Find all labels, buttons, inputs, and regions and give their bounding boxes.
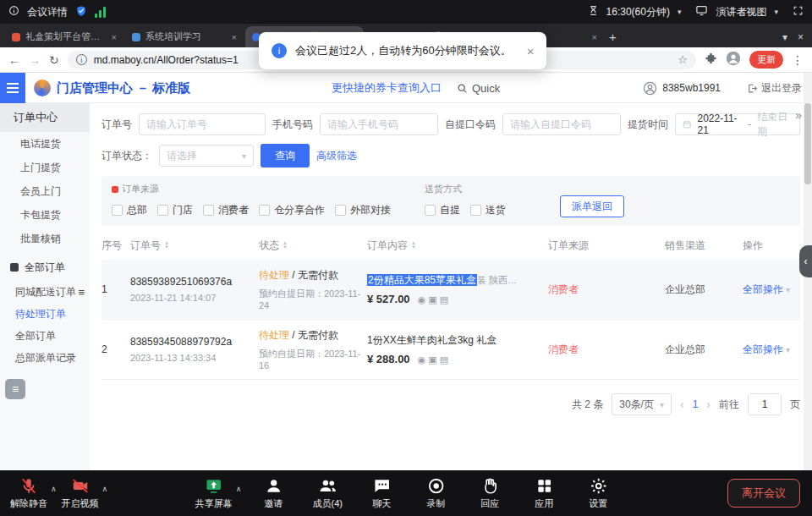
current-page[interactable]: 1 <box>693 398 699 410</box>
hamburger-menu-icon[interactable] <box>0 73 25 103</box>
order-content-icons[interactable]: ◉▣▤ <box>418 354 451 365</box>
page-size-select[interactable]: 30条/页 ▾ <box>612 393 672 415</box>
share-options-chevron[interactable]: ∧ <box>236 485 242 493</box>
sort-icon[interactable]: ▲▼ <box>411 241 416 250</box>
sortable-column[interactable]: 订单内容▲▼ <box>367 239 548 253</box>
reaction-button[interactable]: 回应 <box>468 477 512 510</box>
sidebar-item-all-orders[interactable]: 全部订单 <box>0 325 90 347</box>
profile-avatar[interactable] <box>726 51 741 69</box>
meeting-details-button[interactable]: 会议详情 <box>27 5 68 19</box>
sidebar-item-pending-orders[interactable]: 待处理订单 <box>0 303 90 325</box>
logout-button[interactable]: 退出登录 <box>747 73 802 103</box>
source-checkbox-external[interactable]: 外部对接 <box>335 203 391 217</box>
sidebar-item-door-pickup[interactable]: 上门提货 <box>0 156 90 179</box>
sort-icon[interactable]: ▲▼ <box>164 241 169 250</box>
sidebar-item-hq-dispatch-log[interactable]: 总部派单记录 <box>0 347 90 369</box>
order-status-select[interactable]: 请选择 ▾ <box>159 145 254 167</box>
order-no-input[interactable] <box>139 113 266 135</box>
coupon-query-link[interactable]: 更快捷的券卡查询入口 <box>332 73 442 103</box>
settings-button[interactable]: 设置 <box>576 477 620 510</box>
dispatch-return-button[interactable]: 派单退回 <box>560 195 624 217</box>
record-button[interactable]: 录制 <box>414 477 458 510</box>
sidebar-item-card-pickup[interactable]: 卡包提货 <box>0 203 90 227</box>
source-checkbox-consumer[interactable]: 消费者 <box>203 203 249 217</box>
filter-panel: 订单来源 总部 门店 消费者 仓分享合作 外部对接 送货方式 <box>102 176 800 226</box>
browser-tab[interactable]: 系统培训学习 × <box>125 26 244 47</box>
search-button[interactable]: 查询 <box>261 144 310 167</box>
date-range-picker[interactable]: 2022-11-21 - 结束日期 <box>675 113 800 135</box>
share-screen-icon <box>205 477 223 496</box>
orders-table: 序号 订单号▲▼ 状态▲▼ 订单内容▲▼ 订单来源 销售渠道 操作 1 8385… <box>102 231 800 380</box>
tab-list-icon[interactable]: ▾ <box>782 31 787 43</box>
source-checkbox-store[interactable]: 门店 <box>157 203 193 217</box>
monitor-icon <box>695 4 708 19</box>
browser-tab[interactable]: 礼盒策划平台管理中心 × <box>5 26 123 47</box>
sidebar-group-all-orders[interactable]: 全部订单 <box>0 254 90 281</box>
browser-update-button[interactable]: 更新 <box>749 51 783 69</box>
checkbox-icon <box>425 205 436 216</box>
unmute-button[interactable]: 解除静音 <box>7 477 51 510</box>
prev-page-icon[interactable]: ‹ <box>680 398 684 411</box>
chat-button[interactable]: 聊天 <box>359 477 403 510</box>
collapse-chevrons-icon[interactable]: » <box>795 108 802 122</box>
extensions-puzzle-icon[interactable] <box>705 52 717 68</box>
browser-menu-icon[interactable]: ⋮ <box>792 54 804 66</box>
meeting-duration[interactable]: 16:30(60分钟) <box>606 5 670 19</box>
phone-input[interactable] <box>320 113 438 135</box>
sidebar-item-batch-verify[interactable]: 批量核销 <box>0 227 90 250</box>
members-button[interactable]: 成员(4) <box>305 477 349 510</box>
row-actions-dropdown[interactable]: 全部操作 ▾ <box>743 343 800 357</box>
quick-search[interactable]: Quick <box>457 73 500 103</box>
share-screen-button[interactable]: 共享屏幕 <box>192 477 236 510</box>
sort-icon[interactable]: ▲▼ <box>283 241 288 250</box>
floating-menu-button[interactable]: ≡ <box>5 379 25 399</box>
list-icon[interactable]: ≡ <box>78 286 85 299</box>
red-flag-icon <box>112 186 118 193</box>
source-checkbox-warehouse[interactable]: 仓分享合作 <box>259 203 325 217</box>
window-close-icon[interactable]: × <box>798 31 804 43</box>
sidebar-item-member-visit[interactable]: 会员上门 <box>0 179 90 203</box>
goto-page-input[interactable] <box>748 393 782 415</box>
row-actions-dropdown[interactable]: 全部操作 ▾ <box>743 283 800 297</box>
mic-options-chevron[interactable]: ∧ <box>51 485 57 493</box>
sidebar-item-city-delivery[interactable]: 同城配送订单 ≡ <box>0 281 90 303</box>
sidebar-item-phone-pickup[interactable]: 电话提货 <box>0 132 90 156</box>
view-mode-button[interactable]: 演讲者视图 <box>716 5 766 19</box>
next-page-icon[interactable]: › <box>706 398 710 411</box>
back-icon[interactable]: ← <box>8 54 20 66</box>
delivery-checkbox-deliver[interactable]: 送货 <box>470 203 506 217</box>
site-info-icon[interactable]: i <box>76 54 87 65</box>
checkbox-icon <box>335 205 346 216</box>
invite-button[interactable]: 邀请 <box>251 477 295 510</box>
start-date: 2022-11-21 <box>697 113 742 136</box>
new-tab-icon[interactable]: + <box>609 30 617 44</box>
order-price: ¥ 527.00 <box>367 293 410 305</box>
refresh-icon[interactable]: ↻ <box>49 54 59 66</box>
tab-close-icon[interactable]: × <box>112 32 117 42</box>
sortable-column[interactable]: 订单号▲▼ <box>130 239 259 253</box>
video-options-chevron[interactable]: ∧ <box>102 485 108 493</box>
duration-dropdown-icon[interactable]: ▾ <box>678 8 682 16</box>
fullscreen-icon[interactable] <box>793 5 804 19</box>
toast-close-icon[interactable]: × <box>527 44 535 58</box>
edge-collapse-handle[interactable]: ‹ <box>799 245 812 277</box>
tab-close-icon[interactable]: × <box>232 32 237 42</box>
forward-icon[interactable]: → <box>29 54 41 66</box>
start-video-button[interactable]: 开启视频 <box>58 477 102 510</box>
order-content-icons[interactable]: ◉▣▤ <box>418 294 451 305</box>
user-account[interactable]: 8385wb1991 <box>643 73 721 103</box>
scrollbar-thumb[interactable] <box>804 103 811 184</box>
delivery-checkbox-pickup[interactable]: 自提 <box>425 203 460 217</box>
view-dropdown-icon[interactable]: ▾ <box>774 8 778 16</box>
leave-meeting-button[interactable]: 离开会议 <box>727 479 800 508</box>
source-checkbox-hq[interactable]: 总部 <box>112 203 147 217</box>
tab-close-icon[interactable]: × <box>592 32 597 42</box>
security-shield-icon[interactable] <box>75 5 87 19</box>
pickup-code-input[interactable] <box>502 113 621 135</box>
bookmark-star-icon[interactable]: ☆ <box>678 53 688 66</box>
muted-mic-icon <box>19 477 38 496</box>
sortable-column[interactable]: 状态▲▼ <box>259 239 367 253</box>
sidebar: 订单中心 电话提货 上门提货 会员上门 卡包提货 批量核销 全部订单 同城配送订… <box>0 103 90 470</box>
advanced-filter-link[interactable]: 高级筛选 <box>316 149 357 163</box>
apps-button[interactable]: 应用 <box>522 477 566 510</box>
